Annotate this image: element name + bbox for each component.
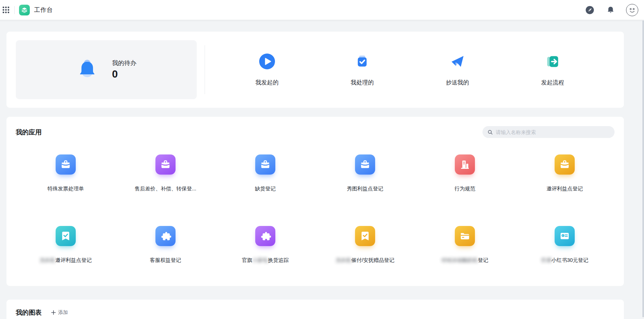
quick-action-1[interactable]: 我发起的 [256,53,279,87]
quick-action-3[interactable]: 抄送我的 [446,53,469,87]
user-avatar[interactable] [626,4,638,16]
todo-count: 0 [112,68,136,80]
quick-action-label: 发起流程 [541,79,564,87]
todo-bell-icon [76,58,98,82]
launch-door-icon [544,53,561,70]
apps-grid-menu-icon[interactable] [1,6,10,14]
my-charts-card: 我的图表 添加 [6,300,624,319]
app-item-6[interactable]: 邀评利益点登记 [515,154,615,192]
add-chart-button[interactable]: 添加 [51,309,68,316]
redacted-text: 洗衣机 [336,257,351,263]
top-bar-left: 工作台 [1,5,53,15]
paper-plane-icon [449,53,466,70]
my-todo-box[interactable]: 我的待办 0 [16,40,197,99]
bookmark-check-icon [355,226,375,246]
page-body: 我的待办 0 我发起的我处理的抄送我的发起流程 我的应用 特殊发票处理单售后差价… [0,20,644,319]
quick-actions: 我发起的我处理的抄送我的发起流程 [205,40,615,99]
app-item-8[interactable]: 客服权益登记 [116,226,215,264]
app-label: 售后差价、补偿、转保登... [135,185,196,192]
quick-action-2[interactable]: 我处理的 [351,53,374,87]
todo-text: 我的待办 0 [112,59,136,80]
app-item-1[interactable]: 特殊发票处理单 [16,154,116,192]
todo-card: 我的待办 0 我发起的我处理的抄送我的发起流程 [6,32,624,108]
vertical-scrollbar[interactable] [643,20,644,317]
bookmark-check-icon [56,226,76,246]
quick-action-label: 抄送我的 [446,79,469,87]
redacted-text: 洗衣机 [40,257,56,263]
app-title: 工作台 [34,6,53,14]
top-bar-divider [14,6,15,14]
app-item-4[interactable]: 秀图利益点登记 [315,154,415,192]
app-item-9[interactable]: 官旗小家电换货追踪 [215,226,315,264]
my-apps-card: 我的应用 特殊发票处理单售后差价、补偿、转保登...缺货登记秀图利益点登记行为规… [6,117,624,286]
app-item-11[interactable]: 经销冰箱酸奶机登记 [415,226,515,264]
my-charts-header: 我的图表 添加 [16,308,615,317]
app-search-input[interactable] [496,129,610,135]
app-search-box[interactable] [482,126,615,138]
quick-action-4[interactable]: 发起流程 [541,53,564,87]
app-label: 空调小红书30元登记 [541,257,588,264]
puzzle-icon [155,226,176,246]
app-label: 客服权益登记 [150,257,181,264]
top-bar: 工作台 [0,0,644,20]
inbox-check-icon [354,53,370,70]
puzzle-icon [255,226,275,246]
app-label: 官旗小家电换货追踪 [242,257,289,264]
notifications-bell-icon[interactable] [605,5,616,15]
app-item-3[interactable]: 缺货登记 [215,154,315,192]
app-item-5[interactable]: 行为规范 [415,154,515,192]
app-item-10[interactable]: 洗衣机催付/安抚赠品登记 [315,226,415,264]
briefcase-icon [555,154,575,175]
compass-icon[interactable] [584,5,595,15]
app-logo-icon[interactable] [19,5,30,15]
my-apps-header: 我的应用 [16,126,615,138]
card-lines-icon [555,226,575,246]
top-bar-right [584,4,638,16]
app-label: 洗衣机邀评利益点登记 [40,257,92,264]
app-item-12[interactable]: 空调小红书30元登记 [515,226,615,264]
plus-icon [51,310,56,315]
redacted-text: 经销冰箱酸奶机 [442,257,478,263]
app-label: 行为规范 [454,185,475,192]
redacted-text: 空调 [541,257,551,263]
app-label: 特殊发票处理单 [47,185,84,192]
search-icon [487,129,493,135]
app-label: 经销冰箱酸奶机登记 [442,257,489,264]
workbench-screen: 工作台 [0,0,644,319]
app-label: 秀图利益点登记 [347,185,383,192]
add-chart-label: 添加 [58,309,68,316]
app-label: 缺货登记 [255,185,276,192]
redacted-text: 小家电 [252,257,268,263]
briefcase-icon [255,154,275,175]
folder-icon [455,226,475,246]
app-label: 洗衣机催付/安抚赠品登记 [336,257,395,264]
briefcase-icon [355,154,375,175]
my-apps-grid: 特殊发票处理单售后差价、补偿、转保登...缺货登记秀图利益点登记行为规范邀评利益… [16,154,615,264]
briefcase-icon [155,154,176,175]
my-apps-title: 我的应用 [16,128,42,137]
play-circle-icon [259,53,275,70]
todo-label: 我的待办 [112,59,136,67]
app-label: 邀评利益点登记 [546,185,583,192]
building-icon [455,154,475,175]
my-charts-title: 我的图表 [16,308,42,317]
quick-action-label: 我发起的 [256,79,279,87]
quick-action-label: 我处理的 [351,79,374,87]
app-item-7[interactable]: 洗衣机邀评利益点登记 [16,226,116,264]
app-item-2[interactable]: 售后差价、补偿、转保登... [116,154,215,192]
briefcase-icon [56,154,76,175]
